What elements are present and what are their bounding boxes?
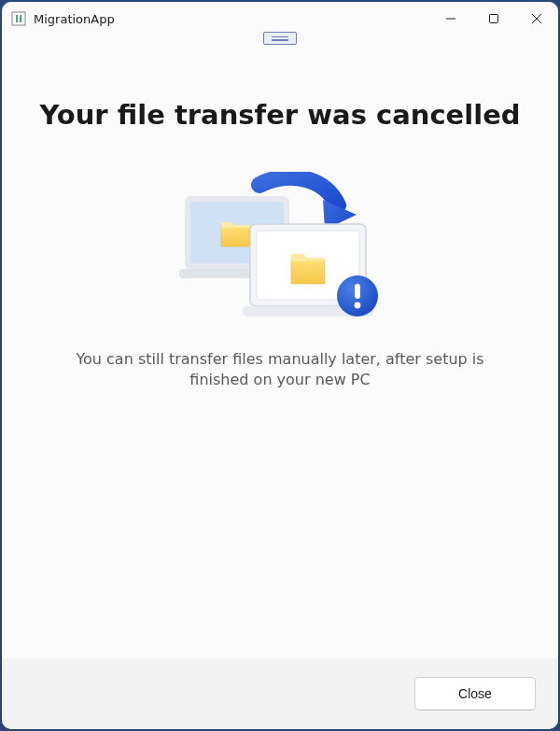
svg-point-12 bbox=[355, 302, 361, 309]
alert-badge-icon bbox=[337, 275, 378, 316]
minimize-button[interactable] bbox=[429, 2, 472, 35]
content-area: Your file transfer was cancelled bbox=[2, 47, 558, 658]
page-subtext: You can still transfer files manually la… bbox=[35, 349, 525, 391]
window-controls bbox=[429, 2, 558, 35]
svg-rect-3 bbox=[490, 15, 498, 23]
svg-rect-2 bbox=[20, 15, 21, 22]
page-title: Your file transfer was cancelled bbox=[35, 99, 525, 131]
app-window: MigrationApp Your file transfer was canc… bbox=[2, 2, 558, 729]
svg-rect-0 bbox=[12, 12, 25, 25]
transfer-cancelled-illustration bbox=[177, 172, 383, 330]
app-icon bbox=[11, 11, 26, 26]
footer-bar: Close bbox=[2, 658, 558, 729]
svg-rect-1 bbox=[16, 15, 18, 22]
close-button[interactable]: Close bbox=[414, 677, 536, 710]
top-handle-row bbox=[2, 35, 558, 47]
maximize-button[interactable] bbox=[472, 2, 515, 35]
svg-rect-11 bbox=[355, 284, 360, 299]
drag-handle-icon[interactable] bbox=[263, 32, 297, 45]
close-window-button[interactable] bbox=[515, 2, 558, 35]
app-title: MigrationApp bbox=[34, 12, 429, 26]
titlebar: MigrationApp bbox=[2, 2, 558, 35]
